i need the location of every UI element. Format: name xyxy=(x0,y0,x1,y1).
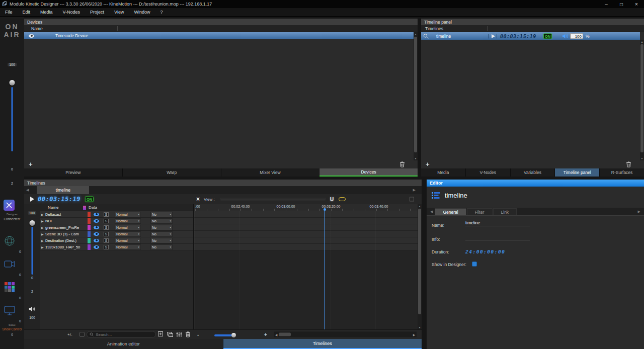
expand-arrow-icon[interactable]: ▶ xyxy=(41,226,45,229)
track-visibility-eye-icon[interactable] xyxy=(94,219,99,223)
designer-status[interactable]: Designer Connected: xyxy=(0,199,24,223)
expand-arrow-icon[interactable]: ▶ xyxy=(41,232,45,236)
menu-window[interactable]: Window xyxy=(129,8,155,16)
scroll-up-icon[interactable]: ▲ xyxy=(641,40,643,44)
range-toggle-button[interactable]: +/- xyxy=(67,332,72,337)
track-blend-select[interactable]: Normal▾ xyxy=(115,218,141,224)
column-divider[interactable] xyxy=(117,26,118,31)
scrollbar-thumb[interactable] xyxy=(418,209,421,314)
tab-variables[interactable]: Variables xyxy=(511,168,555,177)
timeline-tab[interactable]: timeline xyxy=(37,186,89,194)
track-visibility-eye-icon[interactable] xyxy=(94,226,99,229)
delete-device-button[interactable] xyxy=(399,161,405,167)
track-solo-button[interactable]: S xyxy=(104,232,109,236)
zoom-slider-thumb[interactable] xyxy=(231,333,236,337)
tab-media[interactable]: Media xyxy=(421,168,465,177)
tab-link[interactable]: Link xyxy=(493,208,517,215)
zoom-in-button[interactable]: + xyxy=(264,332,267,337)
track-row[interactable]: ▶ 1920x1080_HAP_50 S Normal▾ No▾ xyxy=(40,244,193,250)
track-color-chip[interactable] xyxy=(88,212,91,217)
track-row[interactable]: ▶ greenscreen_ProRe S Normal▾ No▾ xyxy=(40,224,193,231)
menu-help[interactable]: ? xyxy=(155,8,168,16)
timelines-scrollbar[interactable]: ▲ ▼ xyxy=(418,204,422,329)
fit-view-icon[interactable] xyxy=(410,197,414,202)
tab-mixer-view[interactable]: Mixer View xyxy=(221,168,319,177)
track-data-select[interactable]: No▾ xyxy=(150,244,173,250)
reset-view-icon[interactable]: × xyxy=(196,196,200,203)
delete-track-icon[interactable] xyxy=(185,331,191,337)
track-solo-button[interactable]: S xyxy=(104,219,109,223)
scroll-down-icon[interactable]: ▼ xyxy=(419,325,421,329)
expand-arrow-icon[interactable]: ▶ xyxy=(41,213,45,216)
track-color-chip[interactable] xyxy=(88,225,91,230)
device-visibility-eye-icon[interactable] xyxy=(29,34,34,38)
track-row[interactable]: ▶ Destination (Dest.) S Normal▾ No▾ xyxy=(40,237,193,244)
time-ruler[interactable]: :00 00:02:40:00 00:03:00:00 00:03:20:00 … xyxy=(194,204,418,211)
timeline-panel-scrollbar[interactable]: ▲ ▼ xyxy=(640,40,644,160)
tab-scroll-right-icon[interactable]: ▶ xyxy=(411,188,422,192)
scroll-up-icon[interactable]: ▲ xyxy=(419,204,421,208)
track-blend-select[interactable]: Normal▾ xyxy=(115,225,141,230)
devices-scrollbar[interactable]: ▲ ▼ xyxy=(414,32,418,160)
audio-speaker-icon[interactable] xyxy=(29,306,35,312)
track-data-select[interactable]: No▾ xyxy=(150,225,173,230)
maximize-button[interactable]: □ xyxy=(614,0,629,8)
tab-filter[interactable]: Filter xyxy=(467,208,493,215)
track-blend-select[interactable]: Normal▾ xyxy=(115,231,141,237)
track-color-chip[interactable] xyxy=(88,244,91,250)
track-data-select[interactable]: No▾ xyxy=(150,238,173,243)
track-data-select[interactable]: No▾ xyxy=(150,231,173,237)
sidebar-item[interactable]: 0 xyxy=(0,234,24,256)
tab-timeline-panel[interactable]: Timeline panel xyxy=(555,168,599,177)
device-row[interactable]: Timecode Device xyxy=(24,32,414,39)
timeline-canvas[interactable]: :00 00:02:40:00 00:03:00:00 00:03:20:00 … xyxy=(194,204,418,329)
track-blend-select[interactable]: Normal▾ xyxy=(115,238,141,243)
track-visibility-eye-icon[interactable] xyxy=(94,232,99,236)
delete-timeline-button[interactable] xyxy=(626,161,631,167)
layers-icon[interactable] xyxy=(167,331,173,337)
master-fader-track[interactable] xyxy=(12,87,13,151)
scrollbar-thumb[interactable] xyxy=(414,37,417,152)
track-data-select[interactable]: No▾ xyxy=(150,212,173,217)
menu-edit[interactable]: Edit xyxy=(18,8,36,16)
sidebar-item[interactable]: 0 xyxy=(0,257,24,279)
scroll-down-icon[interactable]: ▼ xyxy=(641,156,643,160)
playhead[interactable] xyxy=(325,209,325,329)
track-fader-track[interactable] xyxy=(31,227,33,275)
timeline-play-button[interactable] xyxy=(492,34,495,38)
track-row[interactable]: ▶ Scene 3D (3) - Cam S Normal▾ No▾ xyxy=(40,231,193,237)
sidebar-item-slave[interactable]: Slave 0 xyxy=(0,303,24,325)
timeline-volume-input[interactable] xyxy=(570,33,583,39)
tab-v-nodes[interactable]: V-Nodes xyxy=(466,168,510,177)
info-field-input[interactable] xyxy=(465,234,530,240)
tab-warp[interactable]: Warp xyxy=(123,168,221,177)
menu-file[interactable]: File xyxy=(0,8,18,16)
tab-timelines[interactable]: Timelines xyxy=(223,339,422,349)
tab-scroll-right-icon[interactable]: ▶ xyxy=(636,210,642,214)
track-blend-select[interactable]: Normal▾ xyxy=(115,244,141,250)
tab-scroll-left-icon[interactable]: ◀ xyxy=(24,188,31,192)
tab-scroll-left-icon[interactable]: ◀ xyxy=(428,210,435,214)
master-fader-thumb[interactable] xyxy=(10,80,15,85)
timeline-on-badge[interactable]: ON xyxy=(543,33,552,39)
track-visibility-eye-icon[interactable] xyxy=(94,245,99,249)
menu-view[interactable]: View xyxy=(109,8,129,16)
speaker-icon[interactable] xyxy=(562,34,569,39)
magnifier-icon[interactable] xyxy=(423,33,429,39)
track-solo-button[interactable]: S xyxy=(104,238,109,243)
expand-arrow-icon[interactable]: ▶ xyxy=(41,219,45,223)
zoom-out-button[interactable]: - xyxy=(197,332,199,337)
tab-r-surfaces[interactable]: R-Surfaces xyxy=(600,168,644,177)
filter-checkbox[interactable] xyxy=(79,332,85,337)
scrollbar-thumb[interactable] xyxy=(640,44,643,152)
add-device-button[interactable]: + xyxy=(29,162,33,167)
track-color-chip[interactable] xyxy=(88,231,91,237)
scroll-left-icon[interactable]: ◀ xyxy=(274,333,279,336)
track-row[interactable]: ▶ Deltacast S Normal▾ No▾ xyxy=(40,211,193,218)
scrollbar-thumb[interactable] xyxy=(279,333,291,336)
expand-arrow-icon[interactable]: ▶ xyxy=(41,245,45,249)
column-divider[interactable] xyxy=(487,26,488,31)
track-blend-select[interactable]: Normal▾ xyxy=(115,212,141,217)
view-range-slider[interactable] xyxy=(220,198,326,201)
track-visibility-eye-icon[interactable] xyxy=(94,213,99,216)
